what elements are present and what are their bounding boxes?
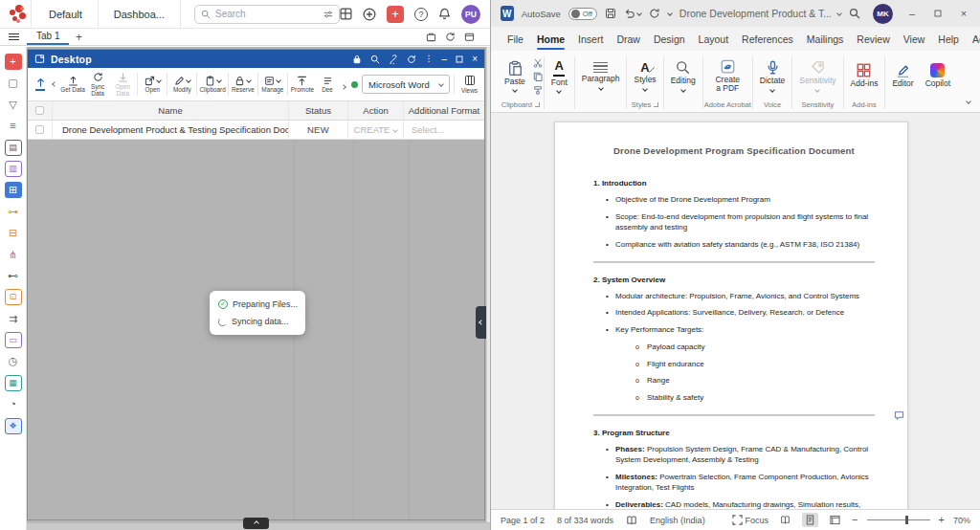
toolbar-reserve-button[interactable]: Reserve (231, 74, 256, 95)
ribbon-tab-file[interactable]: File (501, 27, 530, 51)
create-pdf-button[interactable]: Createa PDF (709, 59, 746, 94)
toolbar-overflow-chevron[interactable] (342, 76, 345, 93)
zoom-slider[interactable] (867, 519, 930, 520)
hamburger-menu-icon[interactable] (0, 29, 27, 45)
dictate-button[interactable]: Dictate (754, 60, 791, 91)
dialog-launcher-icon[interactable] (535, 102, 540, 107)
workspace-tab-dashboard[interactable]: Dashboa... (99, 0, 181, 28)
word-document-title[interactable]: Drone Development Product & T... (679, 8, 841, 19)
brand-logo-icon[interactable] (8, 4, 21, 25)
ribbon-tab-draw[interactable]: Draw (610, 27, 647, 51)
ribbon-tab-insert[interactable]: Insert (571, 27, 610, 51)
desktop-window-titlebar[interactable]: Desktop ⋮ – × (28, 50, 484, 68)
maximize-button[interactable] (456, 55, 463, 63)
sidebar-filter-icon[interactable]: ▽ (5, 97, 22, 113)
zoom-level[interactable]: 70% (953, 516, 970, 525)
dialog-launcher-icon[interactable] (654, 102, 658, 107)
minimize-button[interactable]: – (442, 54, 448, 64)
collapse-ribbon-chevron[interactable] (967, 90, 970, 107)
sidebar-monitor-icon[interactable]: ⊡ (5, 289, 22, 305)
sidebar-windows-icon[interactable]: ▢ (5, 75, 22, 91)
read-mode-button[interactable] (777, 513, 793, 527)
table-row[interactable]: Drone Development Product & Testing Spec… (28, 121, 484, 140)
word-user-avatar[interactable]: MK (873, 4, 893, 24)
cut-icon[interactable] (533, 58, 543, 68)
language-indicator[interactable]: English (India) (650, 516, 705, 525)
sidebar-merge-arrows-icon[interactable]: ⇉ (5, 311, 22, 327)
row-action-dropdown[interactable]: CREATE (348, 121, 404, 139)
sidebar-grid-apps-icon[interactable]: ⊟ (5, 225, 22, 241)
apps-grid-icon[interactable] (340, 8, 352, 20)
save-icon[interactable] (605, 8, 616, 19)
archive-box-icon[interactable] (426, 32, 436, 42)
maximize-button[interactable] (931, 8, 945, 19)
minimize-button[interactable]: – (905, 8, 919, 19)
search-input[interactable] (215, 9, 319, 19)
toolbar-clipboard-button[interactable]: Clipboard (199, 74, 225, 95)
ribbon-tab-layout[interactable]: Layout (692, 27, 736, 51)
toolbar-manage-button[interactable]: Manage (260, 74, 285, 95)
scroll-top-button[interactable] (32, 77, 49, 90)
browser-tab-active[interactable]: Tab 1 (27, 29, 69, 45)
help-icon[interactable]: ? (414, 8, 428, 21)
copy-icon[interactable] (533, 72, 543, 81)
toolbar-get-data-button[interactable]: Get Data (60, 74, 85, 95)
ribbon-tab-view[interactable]: View (897, 27, 932, 51)
sidebar-history-clock-icon[interactable]: ◷ (5, 353, 22, 369)
sidebar-desktop-icon[interactable]: ❖ (5, 418, 22, 434)
add-ins-button[interactable]: Add-ins (845, 63, 884, 88)
web-layout-button[interactable] (827, 513, 843, 527)
pane-collapse-handle[interactable] (476, 306, 486, 339)
focus-mode-button[interactable]: Focus (732, 515, 769, 525)
autosave-toggle[interactable]: Off (568, 8, 597, 20)
sidebar-panel-icon[interactable]: ▥ (5, 161, 22, 177)
ribbon-tab-review[interactable]: Review (850, 27, 896, 51)
print-layout-button[interactable] (802, 513, 818, 527)
column-header-action[interactable]: Action (348, 101, 404, 120)
search-filter-icon[interactable] (323, 10, 333, 19)
kebab-menu-icon[interactable]: ⋮ (425, 55, 434, 63)
refresh-icon[interactable] (445, 32, 456, 42)
word-titlebar[interactable]: W AutoSave Off Drone Development Product… (491, 0, 980, 27)
window-icon[interactable] (464, 32, 475, 42)
font-menu-button[interactable]: AFont (546, 59, 573, 94)
toolbar-modify-button[interactable]: Modify (169, 74, 194, 95)
link-icon[interactable] (389, 55, 398, 64)
ribbon-tab-help[interactable]: Help (931, 27, 966, 51)
sidebar-gauge-icon[interactable]: ◔ (5, 396, 22, 412)
toolbar-promote-button[interactable]: Promote (290, 74, 315, 95)
ribbon-tab-design[interactable]: Design (647, 27, 692, 51)
workspace-tab-default[interactable]: Default (33, 0, 99, 28)
row-format-select[interactable]: Select... (404, 121, 484, 139)
ribbon-tab-references[interactable]: References (735, 27, 800, 51)
ribbon-tab-acrobat[interactable]: Acrobat (966, 27, 980, 51)
ribbon-tab-home[interactable]: Home (530, 27, 571, 51)
user-avatar[interactable]: PU (461, 5, 480, 24)
format-painter-icon[interactable] (533, 85, 543, 95)
proofing-icon[interactable] (626, 515, 637, 526)
paste-button[interactable]: Paste (499, 60, 531, 92)
sidebar-list-view-icon[interactable]: ≡ (5, 118, 22, 134)
views-button[interactable]: Views (454, 75, 482, 94)
comment-indicator-icon[interactable] (894, 410, 904, 421)
sidebar-documents-icon[interactable]: ▤ (5, 140, 22, 156)
paragraph-menu-button[interactable]: Paragraph (576, 62, 626, 89)
back-chevron[interactable] (49, 82, 60, 86)
search-icon[interactable] (370, 55, 380, 64)
row-checkbox[interactable] (35, 125, 44, 134)
close-button[interactable]: × (957, 8, 970, 19)
undo-icon[interactable] (624, 8, 641, 19)
editing-menu-button[interactable]: Editing (665, 60, 702, 91)
document-type-select[interactable]: Microsoft Word (362, 75, 450, 94)
ribbon-tab-mailings[interactable]: Mailings (800, 27, 851, 51)
search-box[interactable] (194, 5, 340, 24)
toolbar-sync-data-button[interactable]: Sync Data (85, 71, 110, 99)
page-indicator[interactable]: Page 1 of 2 (501, 516, 545, 525)
copilot-button[interactable]: Copilot (920, 63, 956, 88)
redo-icon[interactable] (649, 8, 660, 19)
sidebar-toggle-key-icon[interactable]: ⊷ (5, 268, 22, 284)
expand-up-handle[interactable] (243, 518, 269, 529)
toolbar-open-button[interactable]: Open (140, 74, 165, 95)
styles-menu-button[interactable]: AStyles (628, 61, 661, 90)
sidebar-bar-chart-icon[interactable]: ▦ (5, 375, 22, 391)
